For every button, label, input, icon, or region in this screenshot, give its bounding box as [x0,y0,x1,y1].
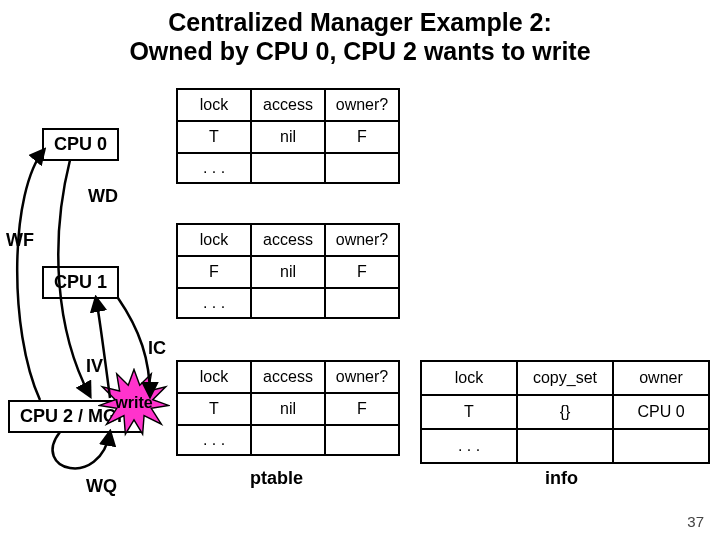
ptable-hdr-owner: owner? [325,89,399,121]
annot-wf: WF [6,230,34,251]
ptable-cpu1-lock: F [177,256,251,288]
ptable-hdr-lock: lock [177,89,251,121]
ptable-cpu0-access: nil [251,121,325,153]
ptable-cpu2-lock: T [177,393,251,425]
info-lock: T [421,395,517,429]
annot-wd: WD [88,186,118,207]
ptable-cpu1-cont: . . . [177,288,251,318]
ptable-cpu1-owner: F [325,256,399,288]
caption-info: info [545,468,578,489]
ptable-cpu2-cont: . . . [177,425,251,455]
ptable-cpu0-lock: T [177,121,251,153]
info-cont: . . . [421,429,517,463]
cpu1-box: CPU 1 [42,266,119,299]
slide-title: Centralized Manager Example 2: Owned by … [0,8,720,66]
info-hdr-lock: lock [421,361,517,395]
title-line-1: Centralized Manager Example 2: [168,8,551,36]
ptable-cpu1-access: nil [251,256,325,288]
info-hdr-owner: owner [613,361,709,395]
ptable-hdr-access: access [251,89,325,121]
ptable-cpu0-owner: F [325,121,399,153]
ptable-cpu2-owner: F [325,393,399,425]
annot-ic: IC [148,338,166,359]
info-owner: CPU 0 [613,395,709,429]
title-line-2: Owned by CPU 0, CPU 2 wants to write [129,37,590,65]
ptable-cpu2: lock access owner? T nil F . . . [176,360,400,456]
arrow-wf [17,150,44,400]
write-label: write [98,394,170,412]
caption-ptable: ptable [250,468,303,489]
ptable-cpu1: lock access owner? F nil F . . . [176,223,400,319]
ptable-cpu0-cont: . . . [177,153,251,183]
cpu0-box: CPU 0 [42,128,119,161]
ptable-cpu0: lock access owner? T nil F . . . [176,88,400,184]
info-hdr-copy: copy_set [517,361,613,395]
page-number: 37 [687,513,704,530]
annot-wq: WQ [86,476,117,497]
info-table: lock copy_set owner T {} CPU 0 . . . [420,360,710,464]
info-copy: {} [517,395,613,429]
ptable-cpu2-access: nil [251,393,325,425]
